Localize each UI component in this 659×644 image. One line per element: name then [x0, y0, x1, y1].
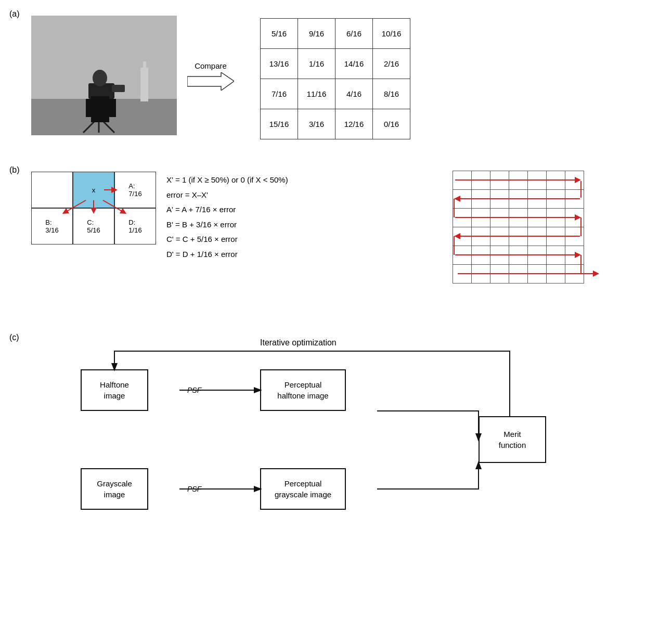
scan-cell [565, 246, 584, 265]
scan-cell [472, 209, 490, 227]
scan-cell [509, 171, 528, 190]
scan-cell [565, 171, 584, 190]
dg-d-cell: D:1/16 [114, 208, 156, 244]
scan-cell [453, 209, 472, 227]
psf-label-top: PSF [187, 386, 201, 394]
svg-marker-13 [187, 72, 234, 91]
scan-grid [453, 171, 584, 284]
scan-cell [565, 265, 584, 284]
cameraman-image [31, 16, 177, 135]
scan-cell [453, 190, 472, 209]
svg-rect-8 [112, 85, 125, 92]
table-cell: 7/16 [261, 79, 298, 109]
eq-line-5: D' = D + 1/16 × error [166, 247, 288, 262]
scan-table [453, 171, 584, 284]
merit-function-box: Merit function [479, 416, 546, 463]
table-cell: 5/16 [261, 19, 298, 49]
scan-cell [565, 190, 584, 209]
eq-line-3: B' = B + 3/16 × error [166, 217, 288, 233]
svg-point-10 [93, 70, 107, 86]
scan-cell [509, 227, 528, 246]
grayscale-image-box: Grayscale image [81, 468, 148, 510]
table-cell: 15/16 [261, 109, 298, 139]
scan-cell [472, 190, 490, 209]
eq-line-0: X' = 1 (if X ≥ 50%) or 0 (if X < 50%) [166, 173, 288, 188]
scan-cell [453, 246, 472, 265]
scan-cell [490, 227, 509, 246]
section-b-label: (b) [9, 165, 20, 175]
dg-c-label: C:5/16 [87, 218, 100, 234]
scan-cell [528, 209, 547, 227]
scan-cell [547, 246, 565, 265]
dg-a-cell: A:7/16 [114, 172, 156, 208]
dither-grid: x A:7/16 B:3/16 C:5/16 D:1/16 [31, 172, 156, 244]
eq-line-2: A' = A + 7/16 × error [166, 202, 288, 217]
eq-line-4: C' = C + 5/16 × error [166, 232, 288, 247]
halftone-image-label: Halftone image [100, 379, 129, 401]
table-cell: 3/16 [298, 109, 335, 139]
svg-rect-11 [86, 99, 94, 117]
scan-cell [453, 227, 472, 246]
scan-cell [490, 209, 509, 227]
scan-cell [547, 190, 565, 209]
dg-empty [31, 172, 73, 208]
grayscale-image-label: Grayscale image [97, 478, 132, 500]
compare-arrow-shape [187, 72, 234, 91]
scan-cell [547, 265, 565, 284]
table-cell: 13/16 [261, 49, 298, 79]
table-cell: 8/16 [373, 79, 410, 109]
svg-rect-12 [108, 99, 116, 117]
eq-line-1: error = X–X' [166, 188, 288, 203]
scan-cell [472, 246, 490, 265]
scan-cell [472, 227, 490, 246]
scan-cell [472, 171, 490, 190]
scan-cell [453, 171, 472, 190]
table-cell: 2/16 [373, 49, 410, 79]
perceptual-halftone-box: Perceptual halftone image [260, 369, 346, 411]
scan-cell [509, 209, 528, 227]
table-cell: 6/16 [335, 19, 373, 49]
compare-table: 5/169/166/1610/1613/161/1614/162/167/161… [260, 18, 410, 139]
compare-arrow: Compare [187, 61, 234, 91]
perceptual-halftone-label: Perceptual halftone image [277, 379, 328, 401]
scan-cell [565, 227, 584, 246]
scan-cell [547, 209, 565, 227]
scan-cell [490, 190, 509, 209]
halftone-image-box: Halftone image [81, 369, 148, 411]
dg-x-label: x [92, 186, 96, 194]
scan-cell [528, 265, 547, 284]
svg-rect-3 [143, 61, 146, 69]
scan-cell [490, 265, 509, 284]
psf-label-bottom: PSF [187, 485, 201, 493]
dg-b-cell: B:3/16 [31, 208, 73, 244]
scan-cell [472, 265, 490, 284]
scan-cell [547, 227, 565, 246]
perceptual-grayscale-box: Perceptual grayscale image [260, 468, 346, 510]
scan-cell [528, 246, 547, 265]
scan-cell [528, 190, 547, 209]
scan-cell [547, 171, 565, 190]
table-cell: 1/16 [298, 49, 335, 79]
scan-cell [509, 190, 528, 209]
table-cell: 0/16 [373, 109, 410, 139]
svg-rect-9 [91, 96, 109, 122]
table-cell: 14/16 [335, 49, 373, 79]
scan-cell [565, 209, 584, 227]
scan-cell [453, 265, 472, 284]
dg-b-label: B:3/16 [45, 218, 58, 234]
compare-text: Compare [195, 61, 227, 70]
table-cell: 4/16 [335, 79, 373, 109]
scan-cell [528, 227, 547, 246]
svg-rect-2 [140, 68, 148, 101]
error-diffusion-equations: X' = 1 (if X ≥ 50%) or 0 (if X < 50%) er… [166, 173, 288, 262]
table-cell: 11/16 [298, 79, 335, 109]
perceptual-grayscale-label: Perceptual grayscale image [275, 478, 331, 500]
section-a-label: (a) [9, 9, 20, 19]
dg-a-label: A:7/16 [128, 182, 141, 198]
scan-cell [509, 265, 528, 284]
scan-cell [528, 171, 547, 190]
table-cell: 12/16 [335, 109, 373, 139]
table-cell: 10/16 [373, 19, 410, 49]
scan-cell [490, 246, 509, 265]
dg-x-cell: x [73, 172, 114, 208]
